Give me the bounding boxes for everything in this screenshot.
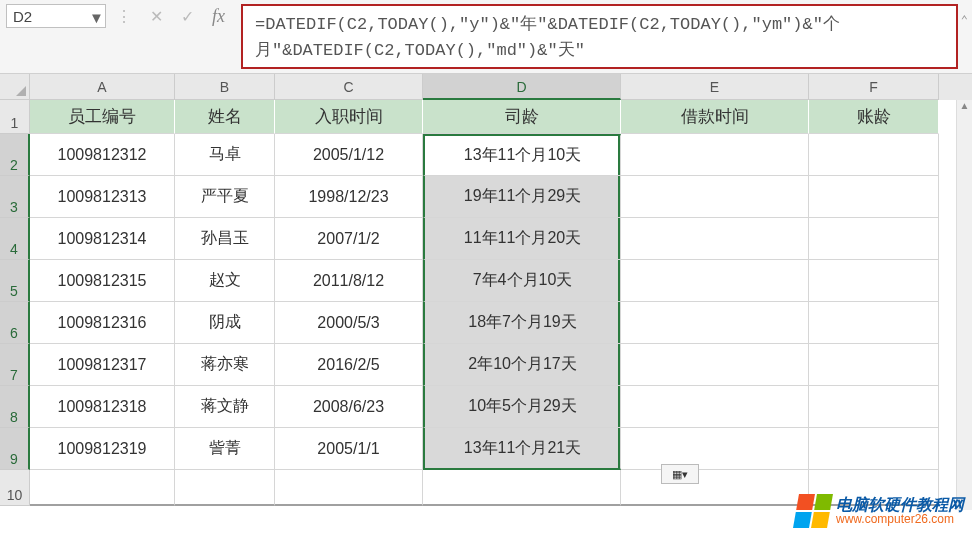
table-row: 9 1009812319 訾菁 2005/1/1 13年11个月21天: [0, 428, 972, 470]
cell-D8[interactable]: 10年5个月29天: [423, 386, 621, 428]
row-header-10[interactable]: 10: [0, 470, 30, 506]
formula-bar-area: D2 ▼ ⋮ ✕ ✓ fx =DATEDIF(C2,TODAY(),"y")&"…: [0, 0, 972, 74]
rows: 1 员工编号 姓名 入职时间 司龄 借款时间 账龄 2 1009812312 马…: [0, 100, 972, 506]
cell-D9[interactable]: 13年11个月21天: [423, 428, 621, 470]
cell-E8[interactable]: [621, 386, 809, 428]
watermark-line1: 电脑软硬件教程网: [836, 496, 964, 514]
namebox-wrap: D2 ▼ ⋮ ✕ ✓ fx: [0, 0, 235, 73]
row-header-2[interactable]: 2: [0, 134, 30, 176]
table-row: 6 1009812316 阴成 2000/5/3 18年7个月19天: [0, 302, 972, 344]
cell-C10[interactable]: [275, 470, 423, 506]
cell-D3[interactable]: 19年11个月29天: [423, 176, 621, 218]
cell-E5[interactable]: [621, 260, 809, 302]
cell-C4[interactable]: 2007/1/2: [275, 218, 423, 260]
col-header-B[interactable]: B: [175, 74, 275, 100]
cell-A5[interactable]: 1009812315: [30, 260, 175, 302]
cell-F3[interactable]: [809, 176, 939, 218]
cell-F6[interactable]: [809, 302, 939, 344]
formula-bar-icons: ⋮ ✕ ✓ fx: [112, 4, 229, 28]
cell-F8[interactable]: [809, 386, 939, 428]
cell-A2[interactable]: 1009812312: [30, 134, 175, 176]
cell-C1[interactable]: 入职时间: [275, 100, 423, 134]
col-header-E[interactable]: E: [621, 74, 809, 100]
cell-A10[interactable]: [30, 470, 175, 506]
cell-F7[interactable]: [809, 344, 939, 386]
cell-D6[interactable]: 18年7个月19天: [423, 302, 621, 344]
confirm-icon[interactable]: ✓: [181, 7, 194, 26]
cell-B10[interactable]: [175, 470, 275, 506]
cell-F2[interactable]: [809, 134, 939, 176]
select-all-button[interactable]: [0, 74, 30, 100]
cell-B2[interactable]: 马卓: [175, 134, 275, 176]
row-header-1[interactable]: 1: [0, 100, 30, 134]
col-header-A[interactable]: A: [30, 74, 175, 100]
table-row: 4 1009812314 孙昌玉 2007/1/2 11年11个月20天: [0, 218, 972, 260]
cell-C7[interactable]: 2016/2/5: [275, 344, 423, 386]
fx-icon[interactable]: fx: [212, 6, 225, 27]
name-box[interactable]: D2 ▼: [6, 4, 106, 28]
cell-C3[interactable]: 1998/12/23: [275, 176, 423, 218]
cell-A7[interactable]: 1009812317: [30, 344, 175, 386]
cell-E1[interactable]: 借款时间: [621, 100, 809, 134]
watermark: 电脑软硬件教程网 www.computer26.com: [796, 494, 964, 528]
cell-A1[interactable]: 员工编号: [30, 100, 175, 134]
formula-input[interactable]: =DATEDIF(C2,TODAY(),"y")&"年"&DATEDIF(C2,…: [241, 4, 958, 69]
cell-A6[interactable]: 1009812316: [30, 302, 175, 344]
spreadsheet-grid: A B C D E F 1 员工编号 姓名 入职时间 司龄 借款时间 账龄 2 …: [0, 74, 972, 506]
cell-C8[interactable]: 2008/6/23: [275, 386, 423, 428]
cell-B3[interactable]: 严平夏: [175, 176, 275, 218]
cell-C6[interactable]: 2000/5/3: [275, 302, 423, 344]
row-header-7[interactable]: 7: [0, 344, 30, 386]
cell-D2[interactable]: 13年11个月10天: [423, 134, 621, 176]
cell-C5[interactable]: 2011/8/12: [275, 260, 423, 302]
cancel-icon[interactable]: ✕: [150, 7, 163, 26]
cell-E4[interactable]: [621, 218, 809, 260]
row-header-9[interactable]: 9: [0, 428, 30, 470]
cell-E7[interactable]: [621, 344, 809, 386]
cell-B7[interactable]: 蒋亦寒: [175, 344, 275, 386]
col-header-F[interactable]: F: [809, 74, 939, 100]
cell-B8[interactable]: 蒋文静: [175, 386, 275, 428]
cell-F4[interactable]: [809, 218, 939, 260]
cell-D5[interactable]: 7年4个月10天: [423, 260, 621, 302]
cell-B6[interactable]: 阴成: [175, 302, 275, 344]
cell-D1[interactable]: 司龄: [423, 100, 621, 134]
cell-A3[interactable]: 1009812313: [30, 176, 175, 218]
col-header-C[interactable]: C: [275, 74, 423, 100]
cell-E2[interactable]: [621, 134, 809, 176]
cell-F1[interactable]: 账龄: [809, 100, 939, 134]
cell-E3[interactable]: [621, 176, 809, 218]
row-header-8[interactable]: 8: [0, 386, 30, 428]
watermark-line2: www.computer26.com: [836, 513, 964, 526]
cell-D7[interactable]: 2年10个月17天: [423, 344, 621, 386]
cell-B5[interactable]: 赵文: [175, 260, 275, 302]
cell-C2[interactable]: 2005/1/12: [275, 134, 423, 176]
watermark-text: 电脑软硬件教程网 www.computer26.com: [836, 496, 964, 527]
paste-options-button[interactable]: ▦▾: [661, 464, 699, 484]
formula-expand-icon[interactable]: ⌃: [961, 12, 968, 31]
cell-F5[interactable]: [809, 260, 939, 302]
cell-A8[interactable]: 1009812318: [30, 386, 175, 428]
row-header-5[interactable]: 5: [0, 260, 30, 302]
vertical-scrollbar[interactable]: ▲: [956, 100, 972, 510]
table-row: 8 1009812318 蒋文静 2008/6/23 10年5个月29天: [0, 386, 972, 428]
scroll-up-icon[interactable]: ▲: [957, 100, 972, 116]
cell-B4[interactable]: 孙昌玉: [175, 218, 275, 260]
cell-C9[interactable]: 2005/1/1: [275, 428, 423, 470]
row-header-6[interactable]: 6: [0, 302, 30, 344]
col-header-D[interactable]: D: [423, 74, 621, 100]
cell-A9[interactable]: 1009812319: [30, 428, 175, 470]
cell-B9[interactable]: 訾菁: [175, 428, 275, 470]
row-header-3[interactable]: 3: [0, 176, 30, 218]
cell-F9[interactable]: [809, 428, 939, 470]
cell-D10[interactable]: [423, 470, 621, 506]
table-row: 5 1009812315 赵文 2011/8/12 7年4个月10天: [0, 260, 972, 302]
cell-E9[interactable]: [621, 428, 809, 470]
cell-B1[interactable]: 姓名: [175, 100, 275, 134]
cell-D4[interactable]: 11年11个月20天: [423, 218, 621, 260]
cell-E6[interactable]: [621, 302, 809, 344]
row-header-4[interactable]: 4: [0, 218, 30, 260]
namebox-dropdown-icon[interactable]: ▼: [89, 9, 103, 23]
cell-E10[interactable]: ▦▾: [621, 470, 809, 506]
cell-A4[interactable]: 1009812314: [30, 218, 175, 260]
